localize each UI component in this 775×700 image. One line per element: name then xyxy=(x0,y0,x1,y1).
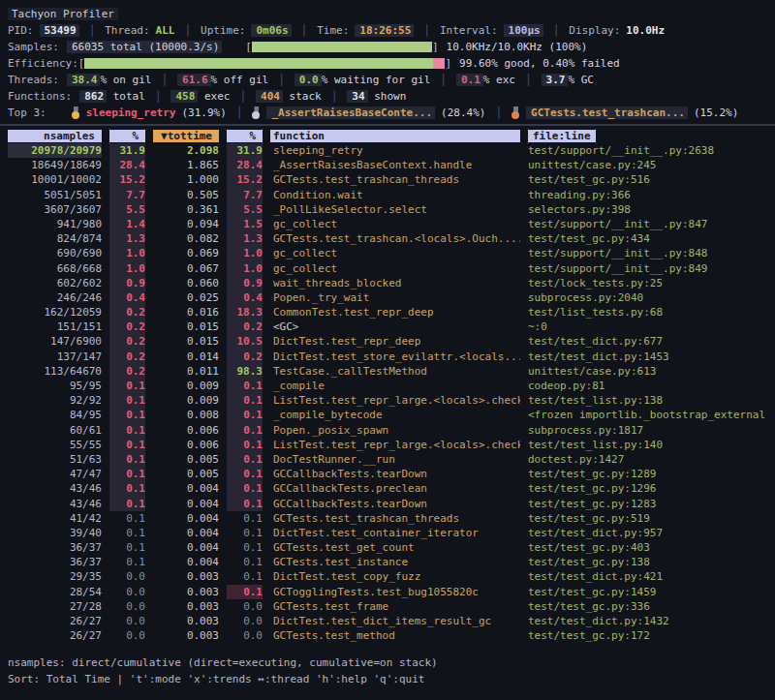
cell-file-line: test/lock_tests.py:25 xyxy=(528,276,775,290)
cell-pct-cumulative: 31.9 xyxy=(227,143,263,158)
cell-function: GCTests.test_frame xyxy=(270,599,520,614)
threads-stat-value: 3.7 xyxy=(542,74,569,86)
cell-nsamples: 26/27 xyxy=(8,628,102,643)
column-header-pct-cumulative[interactable]: % xyxy=(227,130,263,142)
cell-nsamples: 941/980 xyxy=(8,217,102,231)
interval-label: Interval: xyxy=(440,24,498,37)
functions-stat-suffix: stack xyxy=(283,90,322,103)
column-header-file[interactable]: file:line xyxy=(528,130,596,142)
samples-rate: 10.0KHz/10.0KHz (100%) xyxy=(447,41,588,53)
cell-file-line: test/support/__init__.py:848 xyxy=(528,246,775,260)
efficiency-failed-segment xyxy=(433,58,445,69)
table-row: 26/270.00.0030.0DictTest.test_dict_items… xyxy=(0,614,775,628)
table-row: 147/69000.20.01510.5DictTest.test_repr_d… xyxy=(0,334,775,349)
cell-nsamples: 60/61 xyxy=(8,423,102,438)
separator: │ xyxy=(423,24,430,37)
cell-pct-direct: 0.1 xyxy=(109,438,145,452)
cell-pct-cumulative: 0.1 xyxy=(227,438,263,452)
cell-function: DictTest.test_dict_items_result_gc xyxy=(270,614,520,628)
cell-pct-cumulative: 0.1 xyxy=(227,555,263,569)
cell-tottime: 0.004 xyxy=(153,497,219,511)
cell-function: sleeping_retry xyxy=(270,143,520,158)
column-header-file-cell: file:line xyxy=(528,130,775,142)
cell-file-line: test/test_gc.py:516 xyxy=(528,172,775,187)
cell-function: DictTest.test_container_iterator xyxy=(270,526,520,540)
title-row: Tachyon Profiler xyxy=(0,6,775,22)
cell-pct-direct: 0.2 xyxy=(109,334,145,349)
column-header-function[interactable]: function xyxy=(270,130,520,142)
cell-file-line: test/test_gc.py:434 xyxy=(528,231,775,246)
cell-file-line: test/test_gc.py:519 xyxy=(528,511,775,526)
cell-tottime: 0.060 xyxy=(153,276,219,290)
threads-row: Threads: 38.4% on gil│61.6% off gil│0.0%… xyxy=(0,72,775,88)
cell-pct-cumulative: 98.3 xyxy=(227,364,263,379)
column-header-tottime-sorted[interactable]: ▼tottime xyxy=(153,130,219,142)
cell-file-line: test/support/__init__.py:849 xyxy=(528,261,775,276)
cell-nsamples: 3607/3607 xyxy=(8,202,102,217)
footer: nsamples: direct/cumulative (direct=exec… xyxy=(0,654,775,687)
cell-pct-direct: 0.0 xyxy=(109,599,145,614)
cell-nsamples: 137/147 xyxy=(8,350,102,364)
cell-pct-cumulative: 0.1 xyxy=(227,423,263,438)
cell-nsamples: 151/151 xyxy=(8,320,102,334)
samples-fill xyxy=(252,42,432,52)
table-row: 18649/1864928.41.86528.4_AssertRaisesBas… xyxy=(0,158,775,172)
cell-tottime: 0.025 xyxy=(153,290,219,305)
top3-percentage: (31.9%) xyxy=(181,107,226,119)
table-row: 668/6681.00.0671.0gc_collecttest/support… xyxy=(0,261,775,276)
cell-pct-cumulative: 0.1 xyxy=(227,569,263,584)
cell-pct-cumulative: 0.1 xyxy=(227,379,263,393)
top3-label: Top 3: xyxy=(8,107,46,119)
medal-icon-rank-3 xyxy=(512,107,520,119)
table-row: 10001/1000215.21.00015.2GCTests.test_tra… xyxy=(0,172,775,187)
cell-tottime: 0.006 xyxy=(153,438,219,452)
cell-nsamples: 602/602 xyxy=(8,276,102,290)
table-row: 55/550.10.0060.1ListTest.test_repr_large… xyxy=(0,438,775,452)
cell-pct-direct: 0.1 xyxy=(109,452,145,467)
cell-nsamples: 27/28 xyxy=(8,599,102,614)
pid-label: PID: xyxy=(8,24,34,37)
cell-pct-direct: 1.4 xyxy=(109,217,145,231)
cell-function: GCTests.test_trashcan.<locals>.Ouch.... xyxy=(270,231,520,246)
table-row: 28/540.00.0030.1GCTogglingTests.test_bug… xyxy=(0,585,775,599)
cell-pct-direct: 0.2 xyxy=(109,320,145,334)
cell-pct-cumulative: 10.5 xyxy=(227,334,263,349)
cell-function: GCCallbackTests.preclean xyxy=(270,481,520,496)
cell-function: GCTests.test_instance xyxy=(270,555,520,569)
cell-pct-direct: 7.7 xyxy=(109,188,145,202)
table-row: 29/350.00.0030.1DictTest.test_copy_fuzzt… xyxy=(0,569,775,584)
thread-value: ALL xyxy=(156,24,175,37)
efficiency-text: 99.60% good, 0.40% failed xyxy=(459,57,620,70)
table-row: 824/8741.30.0821.3GCTests.test_trashcan.… xyxy=(0,231,775,246)
cell-file-line: test/test_gc.py:138 xyxy=(528,555,775,569)
table-row: 39/400.10.0040.1DictTest.test_container_… xyxy=(0,526,775,540)
column-header-pct-direct[interactable]: % xyxy=(109,130,145,142)
cell-function: <GC> xyxy=(270,320,520,334)
cell-pct-direct: 0.4 xyxy=(109,290,145,305)
functions-row: Functions: 862 total│458 exec│404 stack│… xyxy=(0,88,775,105)
table-header: nsamples % ▼tottime % function file:line xyxy=(0,128,775,143)
bracket-close: ] xyxy=(445,57,451,70)
cell-file-line: test/test_gc.py:336 xyxy=(528,599,775,614)
cell-tottime: 0.067 xyxy=(153,261,219,276)
table-row: 84/950.10.0080.1_compile_bytecode<frozen… xyxy=(0,408,775,422)
column-header-nsamples[interactable]: nsamples xyxy=(8,130,102,142)
cell-tottime: 0.003 xyxy=(153,569,219,584)
cell-file-line: test/list_tests.py:68 xyxy=(528,305,775,320)
status-bar: PID: 53499 │ Thread: ALL │ Uptime: 0m06s… xyxy=(0,22,775,39)
threads-stat-suffix: % on gil xyxy=(100,74,151,86)
cell-pct-cumulative: 0.9 xyxy=(227,276,263,290)
samples-progress-bar xyxy=(252,42,432,52)
medal-icon-rank-2 xyxy=(252,107,261,119)
cell-pct-cumulative: 18.3 xyxy=(227,305,263,320)
table-row: 95/950.10.0090.1_compilecodeop.py:81 xyxy=(0,379,775,393)
cell-function: GCTests.test_method xyxy=(270,628,520,643)
cell-pct-cumulative: 0.1 xyxy=(227,540,263,555)
display-value: 10.0Hz xyxy=(626,24,665,37)
table-row: 162/120590.20.01618.3CommonTest.test_rep… xyxy=(0,305,775,320)
functions-stat-value: 458 xyxy=(170,90,198,103)
cell-nsamples: 162/12059 xyxy=(8,305,102,320)
separator: │ xyxy=(239,90,246,103)
cell-nsamples: 668/668 xyxy=(8,261,102,276)
cell-pct-cumulative: 1.0 xyxy=(227,246,263,260)
